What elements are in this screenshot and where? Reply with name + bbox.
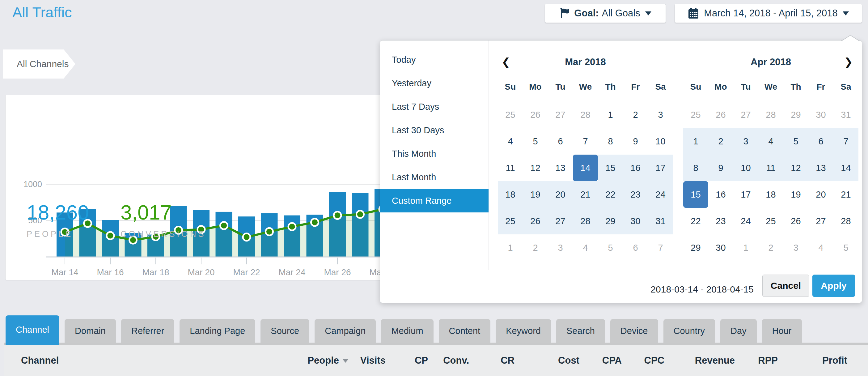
day-cell[interactable]: 6: [808, 128, 833, 154]
column-header-conv[interactable]: Conv.: [443, 345, 469, 376]
day-cell[interactable]: 10: [648, 128, 673, 154]
day-cell[interactable]: 27: [548, 208, 573, 234]
day-cell[interactable]: 26: [783, 208, 808, 234]
cancel-button[interactable]: Cancel: [762, 274, 809, 297]
day-cell[interactable]: 9: [623, 128, 648, 154]
day-cell[interactable]: 1: [683, 128, 708, 154]
day-cell[interactable]: 26: [708, 102, 733, 128]
tab-hour[interactable]: Hour: [762, 319, 802, 343]
day-cell[interactable]: 4: [758, 128, 783, 154]
day-cell[interactable]: 1: [598, 102, 623, 128]
day-cell[interactable]: 6: [548, 128, 573, 154]
day-cell[interactable]: 3: [733, 128, 758, 154]
tab-device[interactable]: Device: [610, 319, 658, 343]
day-cell[interactable]: 14: [833, 154, 859, 181]
day-cell[interactable]: 4: [808, 234, 833, 261]
day-cell[interactable]: 26: [523, 102, 548, 128]
goal-selector-button[interactable]: Goal: All Goals: [545, 4, 666, 23]
day-cell[interactable]: 27: [733, 102, 758, 128]
day-cell[interactable]: 29: [783, 102, 808, 128]
day-cell[interactable]: 21: [833, 181, 859, 208]
day-cell[interactable]: 25: [498, 208, 523, 234]
day-cell[interactable]: 5: [598, 234, 623, 261]
column-header-rpp[interactable]: RPP: [758, 345, 778, 376]
day-cell[interactable]: 25: [758, 208, 783, 234]
tab-domain[interactable]: Domain: [65, 319, 116, 343]
day-cell[interactable]: 28: [573, 102, 598, 128]
tab-country[interactable]: Country: [663, 319, 715, 343]
day-cell[interactable]: 22: [598, 181, 623, 208]
breadcrumb-all-channels[interactable]: All Channels: [3, 50, 75, 79]
preset-today[interactable]: Today: [380, 48, 489, 71]
column-header-cpc[interactable]: CPC: [644, 345, 664, 376]
day-cell[interactable]: 17: [733, 181, 758, 208]
tab-search[interactable]: Search: [556, 319, 605, 343]
day-cell[interactable]: 7: [573, 128, 598, 154]
day-cell[interactable]: 4: [573, 234, 598, 261]
day-cell[interactable]: 24: [648, 181, 673, 208]
column-header-channel[interactable]: Channel: [21, 345, 59, 376]
day-cell[interactable]: 3: [783, 234, 808, 261]
day-cell[interactable]: 21: [573, 181, 598, 208]
day-cell[interactable]: 20: [808, 181, 833, 208]
column-header-profit[interactable]: Profit: [822, 345, 847, 376]
day-cell[interactable]: 2: [708, 128, 733, 154]
day-cell[interactable]: 12: [523, 154, 548, 181]
day-cell[interactable]: 3: [648, 102, 673, 128]
selected-day[interactable]: 14: [573, 154, 598, 181]
preset-last-30-days[interactable]: Last 30 Days: [380, 118, 489, 142]
day-cell[interactable]: 8: [683, 154, 708, 181]
column-header-revenue[interactable]: Revenue: [695, 345, 735, 376]
day-cell[interactable]: 30: [808, 102, 833, 128]
day-cell[interactable]: 28: [573, 208, 598, 234]
preset-last-7-days[interactable]: Last 7 Days: [380, 95, 489, 118]
day-cell[interactable]: 24: [733, 208, 758, 234]
day-cell[interactable]: 20: [548, 181, 573, 208]
day-cell[interactable]: 7: [648, 234, 673, 261]
day-cell[interactable]: 23: [708, 208, 733, 234]
day-cell[interactable]: 2: [523, 234, 548, 261]
day-cell[interactable]: 7: [833, 128, 859, 154]
day-cell[interactable]: 2: [623, 102, 648, 128]
day-cell[interactable]: 25: [498, 102, 523, 128]
tab-keyword[interactable]: Keyword: [496, 319, 551, 343]
date-range-button[interactable]: March 14, 2018 - April 15, 2018: [675, 4, 862, 23]
day-cell[interactable]: 30: [708, 234, 733, 261]
day-cell[interactable]: 31: [648, 208, 673, 234]
tab-campaign[interactable]: Campaign: [315, 319, 376, 343]
tab-day[interactable]: Day: [720, 319, 757, 343]
apply-button[interactable]: Apply: [812, 274, 855, 297]
day-cell[interactable]: 31: [833, 102, 859, 128]
day-cell[interactable]: 16: [623, 154, 648, 181]
column-header-cost[interactable]: Cost: [558, 345, 579, 376]
preset-custom-range[interactable]: Custom Range: [380, 189, 489, 212]
day-cell[interactable]: 13: [808, 154, 833, 181]
column-header-cr[interactable]: CR: [501, 345, 515, 376]
day-cell[interactable]: 11: [758, 154, 783, 181]
day-cell[interactable]: 25: [683, 102, 708, 128]
day-cell[interactable]: 16: [708, 181, 733, 208]
preset-last-month[interactable]: Last Month: [380, 166, 489, 189]
tab-medium[interactable]: Medium: [381, 319, 433, 343]
day-cell[interactable]: 18: [758, 181, 783, 208]
day-cell[interactable]: 3: [548, 234, 573, 261]
day-cell[interactable]: 23: [623, 181, 648, 208]
day-cell[interactable]: 4: [498, 128, 523, 154]
day-cell[interactable]: 19: [783, 181, 808, 208]
day-cell[interactable]: 27: [808, 208, 833, 234]
day-cell[interactable]: 28: [758, 102, 783, 128]
day-cell[interactable]: 5: [523, 128, 548, 154]
day-cell[interactable]: 29: [683, 234, 708, 261]
day-cell[interactable]: 13: [548, 154, 573, 181]
day-cell[interactable]: 22: [683, 208, 708, 234]
day-cell[interactable]: 18: [498, 181, 523, 208]
day-cell[interactable]: 19: [523, 181, 548, 208]
day-cell[interactable]: 10: [733, 154, 758, 181]
tab-channel[interactable]: Channel: [6, 315, 59, 345]
column-header-cpa[interactable]: CPA: [602, 345, 622, 376]
day-cell[interactable]: 12: [783, 154, 808, 181]
day-cell[interactable]: 30: [623, 208, 648, 234]
day-cell[interactable]: 1: [498, 234, 523, 261]
day-cell[interactable]: 26: [523, 208, 548, 234]
column-header-people[interactable]: People: [307, 345, 348, 376]
